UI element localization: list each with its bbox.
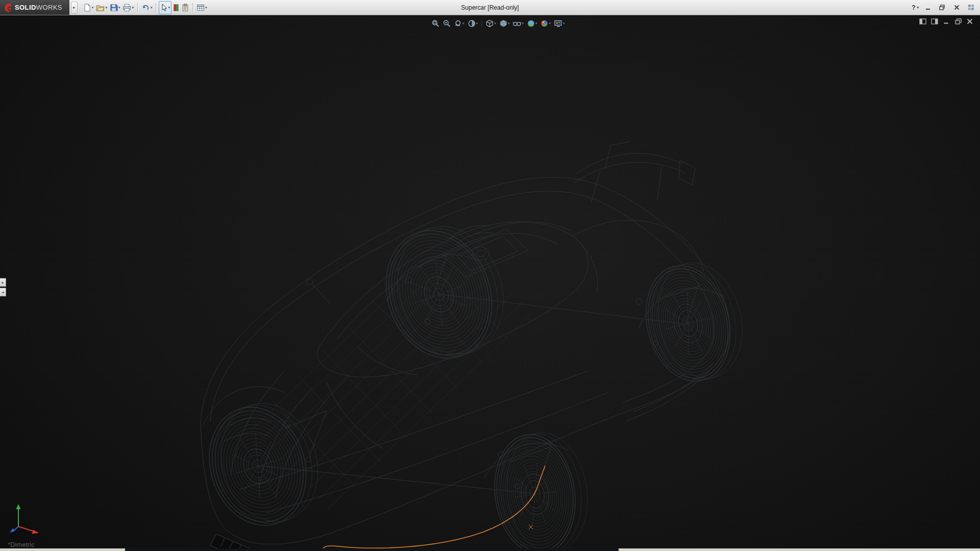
view-settings-caret[interactable]: ▾	[563, 21, 565, 26]
new-document-button[interactable]: ▾	[82, 2, 95, 14]
doc-minimize-button[interactable]	[942, 17, 950, 25]
zoom-to-fit-button[interactable]	[430, 18, 440, 29]
file-properties-button[interactable]	[181, 2, 190, 14]
edit-appearance-button[interactable]: ▾	[539, 18, 552, 29]
hide-show-items-caret[interactable]: ▾	[522, 21, 524, 26]
apps-grid-button[interactable]	[966, 3, 976, 12]
display-style-icon	[499, 19, 507, 28]
wheels-wireframe[interactable]	[194, 211, 754, 551]
previous-view-button[interactable]: ▾	[453, 18, 465, 29]
select-tool-caret[interactable]: ▾	[168, 6, 170, 10]
section-view-caret[interactable]: ▾	[476, 21, 478, 26]
save-document-icon	[110, 4, 118, 12]
select-tool-button[interactable]: ▾	[159, 1, 172, 14]
titlebar: SOLIDWORKS ▸ ▾ ▾ ▾	[0, 0, 980, 15]
save-document-caret[interactable]: ▾	[118, 6, 120, 10]
document-window-controls	[919, 17, 974, 25]
logo-text-light: WORKS	[36, 4, 62, 11]
view-orientation-icon	[485, 19, 494, 28]
solidworks-logo: SOLIDWORKS	[0, 0, 69, 15]
help-caret[interactable]: ▾	[917, 6, 919, 10]
zoom-to-area-icon	[443, 19, 451, 28]
doc-minimize-icon	[943, 18, 949, 24]
options-table-caret[interactable]: ▾	[205, 6, 207, 10]
apply-scene-caret[interactable]: ▾	[535, 21, 537, 26]
help-label: ?	[912, 4, 915, 11]
view-settings-button[interactable]: ▾	[553, 18, 566, 29]
undo-icon	[141, 4, 150, 12]
pane-right-icon	[931, 18, 938, 24]
standard-toolbar: ▾ ▾ ▾ ▾	[82, 1, 208, 14]
status-bar	[0, 548, 980, 551]
options-table-icon	[197, 4, 205, 12]
new-document-icon	[83, 4, 91, 12]
edit-appearance-icon	[540, 19, 548, 28]
previous-view-icon	[454, 19, 462, 28]
section-view-icon	[468, 19, 476, 28]
minimize-icon	[925, 5, 931, 10]
car-body-wireframe[interactable]	[201, 141, 730, 551]
logo-text-bold: SOLID	[15, 4, 36, 11]
appearance-bars-button[interactable]	[172, 2, 180, 14]
undo-button[interactable]: ▾	[140, 2, 154, 14]
print-document-caret[interactable]: ▾	[132, 6, 134, 10]
open-document-button[interactable]: ▾	[95, 2, 108, 14]
select-cursor-icon	[160, 4, 167, 12]
view-settings-icon	[554, 19, 562, 28]
status-bar-dark-segment	[125, 548, 619, 551]
headsup-view-toolbar: ▾ ▾ ▾ ▾	[430, 18, 566, 29]
open-document-caret[interactable]: ▾	[105, 6, 107, 10]
display-style-button[interactable]: ▾	[498, 18, 511, 29]
options-table-button[interactable]: ▾	[195, 2, 208, 14]
appearance-bars-icon	[173, 4, 179, 12]
doc-close-icon	[967, 18, 973, 24]
print-document-icon	[122, 4, 131, 12]
zoom-to-area-button[interactable]	[442, 18, 452, 29]
doc-close-button[interactable]	[966, 17, 974, 25]
feature-panel-flyout: ▸ ◂	[0, 278, 6, 296]
doc-restore-icon	[955, 18, 962, 24]
zoom-to-fit-icon	[431, 19, 439, 28]
wireframe-model[interactable]	[0, 15, 980, 551]
solidworks-logo-icon	[4, 3, 12, 12]
toolbar-expander[interactable]: ▸	[71, 2, 78, 14]
graphics-viewport[interactable]: ▾ ▾ ▾ ▾	[0, 15, 980, 551]
logo-text: SOLIDWORKS	[15, 4, 62, 11]
restore-button[interactable]	[937, 3, 947, 12]
panel-collapse-button[interactable]: ◂	[0, 288, 6, 296]
toolbar-separator	[192, 3, 193, 12]
toolbar-separator	[137, 3, 138, 12]
print-document-button[interactable]: ▾	[121, 2, 135, 14]
pane-left-icon	[919, 18, 926, 24]
previous-view-caret[interactable]: ▾	[462, 21, 464, 26]
edit-appearance-caret[interactable]: ▾	[549, 21, 551, 26]
panel-expand-button[interactable]: ▸	[0, 278, 6, 287]
minimize-button[interactable]	[923, 3, 933, 12]
file-properties-icon	[182, 4, 189, 12]
new-document-caret[interactable]: ▾	[92, 6, 94, 10]
pane-left-button[interactable]	[919, 17, 927, 25]
apply-scene-button[interactable]: ▾	[526, 18, 538, 29]
apply-scene-icon	[527, 19, 535, 28]
headsup-separator	[481, 19, 482, 28]
view-orientation-label: *Dimetric	[8, 541, 35, 548]
section-view-button[interactable]: ▾	[467, 18, 479, 29]
close-icon	[954, 5, 960, 10]
reference-triad	[8, 500, 48, 537]
apps-grid-icon	[968, 4, 974, 11]
open-document-icon	[96, 4, 105, 12]
close-button[interactable]	[951, 3, 962, 12]
view-orientation-caret[interactable]: ▾	[494, 21, 496, 26]
display-style-caret[interactable]: ▾	[508, 21, 510, 26]
restore-icon	[939, 5, 945, 10]
titlebar-window-controls: ? ▾	[912, 3, 980, 12]
hide-show-items-icon	[512, 19, 521, 28]
chassis-wireframe[interactable]	[252, 233, 532, 509]
hide-show-items-button[interactable]: ▾	[511, 18, 525, 29]
view-orientation-button[interactable]: ▾	[484, 18, 497, 29]
save-document-button[interactable]: ▾	[109, 2, 121, 14]
help-button[interactable]: ? ▾	[912, 4, 919, 11]
doc-restore-button[interactable]	[954, 17, 962, 25]
undo-caret[interactable]: ▾	[151, 6, 153, 10]
pane-right-button[interactable]	[930, 17, 939, 25]
